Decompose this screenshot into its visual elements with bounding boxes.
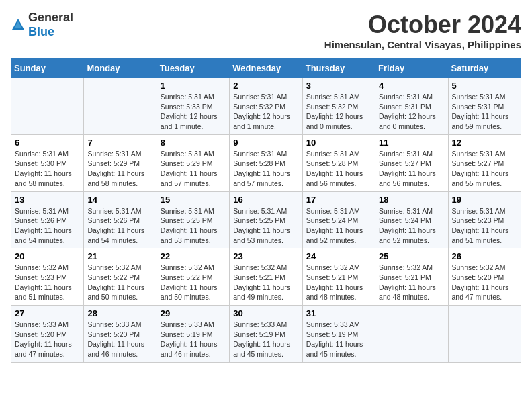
day-info: Sunrise: 5:31 AMSunset: 5:31 PMDaylight:… xyxy=(379,92,444,132)
day-info: Sunrise: 5:32 AMSunset: 5:23 PMDaylight:… xyxy=(15,263,80,302)
calendar-cell: 30Sunrise: 5:33 AMSunset: 5:19 PMDayligh… xyxy=(230,306,302,363)
day-number: 4 xyxy=(379,81,444,91)
day-info: Sunrise: 5:31 AMSunset: 5:28 PMDaylight:… xyxy=(306,149,371,189)
calendar-cell: 15Sunrise: 5:31 AMSunset: 5:25 PMDayligh… xyxy=(157,191,229,248)
day-info: Sunrise: 5:31 AMSunset: 5:26 PMDaylight:… xyxy=(87,206,152,246)
calendar-cell: 27Sunrise: 5:33 AMSunset: 5:20 PMDayligh… xyxy=(11,306,84,363)
day-number: 14 xyxy=(87,195,152,205)
logo-blue: Blue xyxy=(28,25,54,38)
day-number: 11 xyxy=(379,138,444,148)
day-number: 26 xyxy=(452,251,517,261)
day-number: 20 xyxy=(15,251,80,261)
col-monday: Monday xyxy=(84,59,157,78)
page-header: General Blue October 2024 Himensulan, Ce… xyxy=(11,11,521,50)
day-info: Sunrise: 5:31 AMSunset: 5:23 PMDaylight:… xyxy=(452,206,517,246)
calendar-cell: 9Sunrise: 5:31 AMSunset: 5:28 PMDaylight… xyxy=(230,134,302,191)
day-info: Sunrise: 5:31 AMSunset: 5:25 PMDaylight:… xyxy=(161,206,226,246)
logo-icon xyxy=(11,17,26,32)
day-info: Sunrise: 5:32 AMSunset: 5:21 PMDaylight:… xyxy=(306,263,371,302)
title-block: October 2024 Himensulan, Central Visayas… xyxy=(324,11,521,50)
calendar-cell: 5Sunrise: 5:31 AMSunset: 5:31 PMDaylight… xyxy=(448,78,521,135)
calendar-week-4: 20Sunrise: 5:32 AMSunset: 5:23 PMDayligh… xyxy=(11,248,521,306)
day-info: Sunrise: 5:31 AMSunset: 5:29 PMDaylight:… xyxy=(87,149,152,189)
day-info: Sunrise: 5:31 AMSunset: 5:27 PMDaylight:… xyxy=(452,149,517,189)
day-number: 13 xyxy=(15,195,80,205)
day-info: Sunrise: 5:33 AMSunset: 5:19 PMDaylight:… xyxy=(306,320,371,359)
col-sunday: Sunday xyxy=(11,59,84,78)
month-title: October 2024 xyxy=(324,11,521,39)
day-number: 29 xyxy=(161,308,226,318)
day-number: 17 xyxy=(306,195,371,205)
calendar-cell: 24Sunrise: 5:32 AMSunset: 5:21 PMDayligh… xyxy=(302,248,375,306)
col-thursday: Thursday xyxy=(302,59,375,78)
location-subtitle: Himensulan, Central Visayas, Philippines xyxy=(324,39,521,50)
day-number: 1 xyxy=(161,81,226,91)
col-saturday: Saturday xyxy=(448,59,521,78)
calendar-cell: 14Sunrise: 5:31 AMSunset: 5:26 PMDayligh… xyxy=(84,191,157,248)
calendar-cell: 23Sunrise: 5:32 AMSunset: 5:21 PMDayligh… xyxy=(230,248,302,306)
day-number: 3 xyxy=(306,81,371,91)
day-info: Sunrise: 5:31 AMSunset: 5:32 PMDaylight:… xyxy=(306,92,371,132)
calendar-cell: 3Sunrise: 5:31 AMSunset: 5:32 PMDaylight… xyxy=(302,78,375,135)
calendar-cell: 7Sunrise: 5:31 AMSunset: 5:29 PMDaylight… xyxy=(84,134,157,191)
calendar-cell: 1Sunrise: 5:31 AMSunset: 5:33 PMDaylight… xyxy=(157,78,229,135)
calendar-cell: 4Sunrise: 5:31 AMSunset: 5:31 PMDaylight… xyxy=(375,78,448,135)
logo-text: General Blue xyxy=(28,11,73,39)
calendar-cell: 16Sunrise: 5:31 AMSunset: 5:25 PMDayligh… xyxy=(230,191,302,248)
day-info: Sunrise: 5:31 AMSunset: 5:31 PMDaylight:… xyxy=(452,92,517,132)
day-info: Sunrise: 5:31 AMSunset: 5:33 PMDaylight:… xyxy=(161,92,226,132)
day-info: Sunrise: 5:31 AMSunset: 5:27 PMDaylight:… xyxy=(379,149,444,189)
day-number: 30 xyxy=(233,308,298,318)
calendar-cell: 31Sunrise: 5:33 AMSunset: 5:19 PMDayligh… xyxy=(302,306,375,363)
calendar-week-1: 1Sunrise: 5:31 AMSunset: 5:33 PMDaylight… xyxy=(11,78,521,135)
calendar-cell: 21Sunrise: 5:32 AMSunset: 5:22 PMDayligh… xyxy=(84,248,157,306)
day-number: 8 xyxy=(161,138,226,148)
day-number: 21 xyxy=(87,251,152,261)
calendar-cell xyxy=(448,306,521,363)
calendar-cell: 18Sunrise: 5:31 AMSunset: 5:24 PMDayligh… xyxy=(375,191,448,248)
day-info: Sunrise: 5:32 AMSunset: 5:22 PMDaylight:… xyxy=(161,263,226,302)
day-number: 19 xyxy=(452,195,517,205)
day-number: 23 xyxy=(233,251,298,261)
day-number: 18 xyxy=(379,195,444,205)
calendar-cell: 19Sunrise: 5:31 AMSunset: 5:23 PMDayligh… xyxy=(448,191,521,248)
day-info: Sunrise: 5:31 AMSunset: 5:28 PMDaylight:… xyxy=(233,149,298,189)
day-info: Sunrise: 5:32 AMSunset: 5:20 PMDaylight:… xyxy=(452,263,517,302)
day-number: 6 xyxy=(15,138,80,148)
calendar-cell: 12Sunrise: 5:31 AMSunset: 5:27 PMDayligh… xyxy=(448,134,521,191)
header-row: Sunday Monday Tuesday Wednesday Thursday… xyxy=(11,59,521,78)
day-info: Sunrise: 5:31 AMSunset: 5:32 PMDaylight:… xyxy=(233,92,298,132)
logo: General Blue xyxy=(11,11,73,39)
day-info: Sunrise: 5:32 AMSunset: 5:22 PMDaylight:… xyxy=(87,263,152,302)
logo-general: General xyxy=(28,11,73,24)
calendar-cell: 17Sunrise: 5:31 AMSunset: 5:24 PMDayligh… xyxy=(302,191,375,248)
day-number: 16 xyxy=(233,195,298,205)
day-info: Sunrise: 5:31 AMSunset: 5:24 PMDaylight:… xyxy=(379,206,444,246)
calendar-cell: 25Sunrise: 5:32 AMSunset: 5:21 PMDayligh… xyxy=(375,248,448,306)
day-info: Sunrise: 5:33 AMSunset: 5:19 PMDaylight:… xyxy=(233,320,298,359)
calendar-cell: 8Sunrise: 5:31 AMSunset: 5:29 PMDaylight… xyxy=(157,134,229,191)
day-number: 5 xyxy=(452,81,517,91)
day-number: 28 xyxy=(87,308,152,318)
calendar-cell: 10Sunrise: 5:31 AMSunset: 5:28 PMDayligh… xyxy=(302,134,375,191)
calendar-cell xyxy=(84,78,157,135)
calendar-cell: 20Sunrise: 5:32 AMSunset: 5:23 PMDayligh… xyxy=(11,248,84,306)
day-number: 25 xyxy=(379,251,444,261)
calendar-cell: 13Sunrise: 5:31 AMSunset: 5:26 PMDayligh… xyxy=(11,191,84,248)
col-friday: Friday xyxy=(375,59,448,78)
calendar-cell xyxy=(11,78,84,135)
col-tuesday: Tuesday xyxy=(157,59,229,78)
day-number: 15 xyxy=(161,195,226,205)
day-info: Sunrise: 5:31 AMSunset: 5:30 PMDaylight:… xyxy=(15,149,80,189)
calendar-cell: 28Sunrise: 5:33 AMSunset: 5:20 PMDayligh… xyxy=(84,306,157,363)
calendar-week-2: 6Sunrise: 5:31 AMSunset: 5:30 PMDaylight… xyxy=(11,134,521,191)
day-info: Sunrise: 5:31 AMSunset: 5:24 PMDaylight:… xyxy=(306,206,371,246)
calendar-header: Sunday Monday Tuesday Wednesday Thursday… xyxy=(11,59,521,78)
day-number: 27 xyxy=(15,308,80,318)
calendar-cell xyxy=(375,306,448,363)
day-number: 24 xyxy=(306,251,371,261)
calendar-cell: 11Sunrise: 5:31 AMSunset: 5:27 PMDayligh… xyxy=(375,134,448,191)
calendar-table: Sunday Monday Tuesday Wednesday Thursday… xyxy=(11,58,521,363)
day-info: Sunrise: 5:32 AMSunset: 5:21 PMDaylight:… xyxy=(379,263,444,302)
day-info: Sunrise: 5:33 AMSunset: 5:20 PMDaylight:… xyxy=(15,320,80,359)
